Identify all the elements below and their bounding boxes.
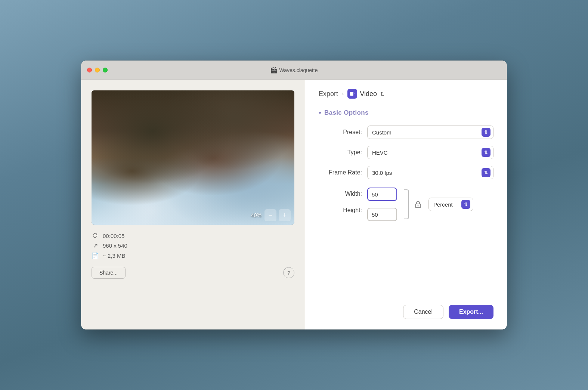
video-duration: 00:00:05: [103, 233, 124, 239]
video-frame: [92, 90, 294, 225]
svg-point-3: [418, 205, 419, 207]
type-control: HEVC H.264 ProRes MPEG-4 ⇅: [367, 146, 493, 159]
zoom-level: 40%: [251, 212, 261, 218]
dimensions-form-row: Width: Height:: [319, 186, 493, 221]
preset-select[interactable]: Custom High Quality Medium Quality Low Q…: [367, 126, 493, 139]
help-button[interactable]: ?: [283, 267, 294, 278]
preset-row: Preset: Custom High Quality Medium Quali…: [319, 126, 493, 139]
breadcrumb-current: Video ⇅: [347, 89, 384, 99]
zoom-out-button[interactable]: −: [264, 209, 276, 221]
width-input[interactable]: [367, 188, 397, 201]
breadcrumb-parent[interactable]: Export: [319, 90, 338, 98]
video-info: ⏱ 00:00:05 ↗ 960 x 540 📄 ~ 2,3 MB: [92, 232, 294, 259]
preset-label: Preset:: [319, 129, 367, 136]
height-label: Height:: [343, 204, 367, 214]
zoom-in-button[interactable]: +: [279, 209, 291, 221]
link-bracket: [402, 189, 409, 219]
type-select[interactable]: HEVC H.264 ProRes MPEG-4: [367, 146, 493, 159]
breadcrumb-separator: ›: [342, 90, 344, 97]
svg-rect-0: [350, 92, 353, 96]
framerate-select-wrapper: 30.0 fps 24.0 fps 25.0 fps 60.0 fps ⇅: [367, 166, 493, 179]
height-input[interactable]: [367, 208, 397, 221]
video-dimensions: 960 x 540: [103, 242, 127, 249]
close-button[interactable]: [87, 68, 92, 72]
framerate-control: 30.0 fps 24.0 fps 25.0 fps 60.0 fps ⇅: [367, 166, 493, 179]
framerate-label: Frame Rate:: [319, 169, 367, 176]
file-icon: 📄: [92, 252, 99, 259]
app-window: 🎬 Waves.claquette 40% − + ⏱ 00:00: [81, 61, 507, 329]
bracket-lock-area: [402, 189, 424, 219]
section-collapse-icon[interactable]: ▾: [319, 110, 321, 116]
title-bar: 🎬 Waves.claquette: [81, 61, 507, 80]
dimension-area: Percent Pixels ⇅: [367, 188, 473, 221]
main-content: 40% − + ⏱ 00:00:05 ↗ 960 x 540 📄: [81, 80, 507, 329]
minimize-button[interactable]: [95, 68, 100, 72]
basic-options-header: ▾ Basic Options: [319, 109, 493, 117]
right-panel: Export › Video ⇅ ▾ Basic Options: [305, 80, 507, 329]
type-select-wrapper: HEVC H.264 ProRes MPEG-4 ⇅: [367, 146, 493, 159]
unit-select[interactable]: Percent Pixels: [428, 198, 473, 211]
duration-row: ⏱ 00:00:05: [92, 232, 294, 239]
video-preview: 40% − +: [92, 90, 294, 225]
video-overlay: 40% − +: [251, 209, 291, 221]
type-label: Type:: [319, 149, 367, 156]
share-button[interactable]: Share...: [92, 267, 126, 279]
section-title: Basic Options: [324, 109, 369, 117]
framerate-select[interactable]: 30.0 fps 24.0 fps 25.0 fps 60.0 fps: [367, 166, 493, 179]
maximize-button[interactable]: [103, 68, 108, 72]
unit-select-wrapper: Percent Pixels ⇅: [428, 198, 473, 211]
preset-control: Custom High Quality Medium Quality Low Q…: [367, 126, 493, 139]
dimensions-row: ↗ 960 x 540: [92, 242, 294, 249]
type-row: Type: HEVC H.264 ProRes MPEG-4 ⇅: [319, 146, 493, 159]
title-icon: 🎬: [270, 67, 277, 74]
cancel-button[interactable]: Cancel: [403, 305, 443, 319]
filesize-row: 📄 ~ 2,3 MB: [92, 252, 294, 259]
window-title: Waves.claquette: [279, 67, 318, 73]
breadcrumb: Export › Video ⇅: [319, 89, 493, 99]
video-type-icon: [347, 89, 357, 99]
dim-inputs: [367, 188, 397, 221]
width-label: Width:: [345, 188, 367, 197]
bottom-actions: Cancel Export...: [319, 296, 493, 319]
preset-select-wrapper: Custom High Quality Medium Quality Low Q…: [367, 126, 493, 139]
svg-marker-1: [354, 93, 355, 95]
traffic-lights: [87, 68, 108, 72]
lock-icon[interactable]: [412, 198, 424, 210]
export-button[interactable]: Export...: [449, 305, 493, 319]
framerate-row: Frame Rate: 30.0 fps 24.0 fps 25.0 fps 6…: [319, 166, 493, 179]
window-title-area: 🎬 Waves.claquette: [270, 67, 318, 74]
film-icon: [350, 91, 355, 96]
form-area: Preset: Custom High Quality Medium Quali…: [319, 126, 493, 296]
zoom-controls: − +: [264, 209, 291, 221]
left-bottom-actions: Share... ?: [92, 267, 294, 279]
resize-icon: ↗: [92, 242, 99, 249]
clock-icon: ⏱: [92, 232, 99, 239]
left-panel: 40% − + ⏱ 00:00:05 ↗ 960 x 540 📄: [81, 80, 305, 329]
video-filesize: ~ 2,3 MB: [103, 253, 125, 259]
type-selector-chevron[interactable]: ⇅: [380, 91, 384, 97]
lock-svg: [414, 200, 422, 208]
breadcrumb-type: Video: [360, 90, 377, 98]
